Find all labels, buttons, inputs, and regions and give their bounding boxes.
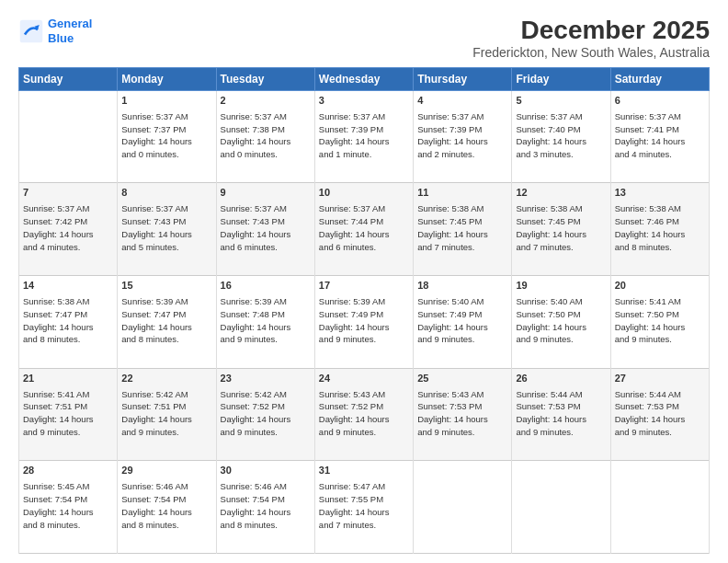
day-number: 13: [615, 186, 705, 201]
cell-content: 29Sunrise: 5:46 AMSunset: 7:54 PMDayligh…: [121, 464, 211, 531]
cell-content: 4Sunrise: 5:37 AMSunset: 7:39 PMDaylight…: [417, 94, 507, 161]
day-number: 19: [516, 279, 606, 293]
cell-line: Daylight: 14 hours: [221, 506, 311, 519]
calendar-body: 1Sunrise: 5:37 AMSunset: 7:37 PMDaylight…: [19, 90, 710, 553]
cell-content: 11Sunrise: 5:38 AMSunset: 7:45 PMDayligh…: [417, 186, 507, 253]
calendar-cell: 30Sunrise: 5:46 AMSunset: 7:54 PMDayligh…: [216, 461, 314, 554]
week-row-1: 1Sunrise: 5:37 AMSunset: 7:37 PMDaylight…: [19, 90, 710, 183]
cell-line: Sunset: 7:51 PM: [23, 400, 113, 413]
cell-line: Sunset: 7:52 PM: [221, 400, 311, 413]
cell-line: and 8 minutes.: [23, 333, 113, 346]
cell-line: Daylight: 14 hours: [516, 135, 606, 148]
calendar-cell: 1Sunrise: 5:37 AMSunset: 7:37 PMDaylight…: [118, 90, 216, 183]
calendar-cell: 21Sunrise: 5:41 AMSunset: 7:51 PMDayligh…: [19, 368, 118, 461]
header-row: SundayMondayTuesdayWednesdayThursdayFrid…: [19, 67, 710, 90]
cell-line: Sunset: 7:53 PM: [615, 400, 705, 413]
logo-icon: [18, 18, 44, 44]
cell-line: Sunset: 7:42 PM: [23, 215, 113, 228]
cell-line: Daylight: 14 hours: [516, 228, 606, 241]
header-day-tuesday: Tuesday: [216, 67, 314, 90]
calendar-cell: 31Sunrise: 5:47 AMSunset: 7:55 PMDayligh…: [314, 461, 413, 554]
calendar-cell: 5Sunrise: 5:37 AMSunset: 7:40 PMDaylight…: [512, 90, 610, 183]
day-number: 8: [121, 186, 211, 201]
cell-line: Sunrise: 5:46 AM: [121, 480, 211, 493]
day-number: 22: [121, 372, 211, 386]
cell-content: 25Sunrise: 5:43 AMSunset: 7:53 PMDayligh…: [417, 372, 507, 439]
main-title: December 2025: [472, 17, 710, 45]
header: General Blue December 2025 Frederickton,…: [18, 17, 710, 60]
cell-line: Sunset: 7:49 PM: [417, 308, 507, 321]
cell-line: Sunrise: 5:41 AM: [615, 295, 705, 308]
cell-line: Sunset: 7:47 PM: [121, 308, 211, 321]
day-number: 27: [615, 372, 705, 386]
cell-line: Daylight: 14 hours: [221, 228, 311, 241]
cell-content: 17Sunrise: 5:39 AMSunset: 7:49 PMDayligh…: [319, 279, 409, 346]
day-number: 26: [516, 372, 606, 386]
cell-content: 14Sunrise: 5:38 AMSunset: 7:47 PMDayligh…: [23, 279, 113, 346]
cell-line: Sunrise: 5:47 AM: [319, 480, 409, 493]
cell-line: and 9 minutes.: [417, 333, 507, 346]
cell-line: Daylight: 14 hours: [615, 135, 705, 148]
cell-line: Sunrise: 5:37 AM: [221, 202, 311, 215]
cell-line: Sunrise: 5:39 AM: [319, 295, 409, 308]
cell-line: Sunrise: 5:43 AM: [319, 388, 409, 401]
cell-line: Sunrise: 5:37 AM: [615, 110, 705, 123]
cell-line: and 8 minutes.: [615, 241, 705, 254]
day-number: 18: [417, 279, 507, 293]
cell-content: 10Sunrise: 5:37 AMSunset: 7:44 PMDayligh…: [319, 186, 409, 253]
cell-line: Daylight: 14 hours: [221, 413, 311, 426]
cell-content: 31Sunrise: 5:47 AMSunset: 7:55 PMDayligh…: [319, 464, 409, 531]
cell-line: Sunrise: 5:44 AM: [516, 388, 606, 401]
calendar-cell: [512, 461, 610, 554]
day-number: 25: [417, 372, 507, 386]
logo-text: General Blue: [48, 17, 92, 45]
calendar-cell: 24Sunrise: 5:43 AMSunset: 7:52 PMDayligh…: [314, 368, 413, 461]
cell-line: Daylight: 14 hours: [23, 413, 113, 426]
page: General Blue December 2025 Frederickton,…: [0, 0, 728, 563]
cell-line: Sunset: 7:37 PM: [121, 123, 211, 136]
calendar-cell: 4Sunrise: 5:37 AMSunset: 7:39 PMDaylight…: [414, 90, 512, 183]
cell-line: Sunset: 7:52 PM: [319, 400, 409, 413]
day-number: 7: [23, 186, 113, 201]
cell-line: and 9 minutes.: [615, 333, 705, 346]
cell-content: 16Sunrise: 5:39 AMSunset: 7:48 PMDayligh…: [221, 279, 311, 346]
cell-line: Daylight: 14 hours: [516, 321, 606, 334]
cell-line: and 9 minutes.: [319, 333, 409, 346]
cell-line: Daylight: 14 hours: [23, 506, 113, 519]
cell-line: Sunset: 7:38 PM: [221, 123, 311, 136]
cell-line: Sunrise: 5:37 AM: [23, 202, 113, 215]
cell-line: Daylight: 14 hours: [319, 506, 409, 519]
cell-content: 20Sunrise: 5:41 AMSunset: 7:50 PMDayligh…: [615, 279, 705, 346]
cell-line: Sunrise: 5:46 AM: [221, 480, 311, 493]
cell-line: Sunset: 7:50 PM: [516, 308, 606, 321]
calendar-cell: 17Sunrise: 5:39 AMSunset: 7:49 PMDayligh…: [314, 276, 413, 369]
day-number: 3: [319, 94, 409, 109]
cell-line: Sunset: 7:39 PM: [417, 123, 507, 136]
cell-line: Sunset: 7:45 PM: [516, 215, 606, 228]
cell-content: 2Sunrise: 5:37 AMSunset: 7:38 PMDaylight…: [221, 94, 311, 161]
cell-line: and 9 minutes.: [417, 426, 507, 439]
cell-line: Sunrise: 5:39 AM: [221, 295, 311, 308]
cell-content: 30Sunrise: 5:46 AMSunset: 7:54 PMDayligh…: [221, 464, 311, 531]
calendar-cell: 26Sunrise: 5:44 AMSunset: 7:53 PMDayligh…: [512, 368, 610, 461]
cell-line: Sunrise: 5:43 AM: [417, 388, 507, 401]
cell-line: Sunset: 7:45 PM: [417, 215, 507, 228]
week-row-2: 7Sunrise: 5:37 AMSunset: 7:42 PMDaylight…: [19, 183, 710, 276]
cell-line: Sunrise: 5:37 AM: [319, 110, 409, 123]
cell-content: 8Sunrise: 5:37 AMSunset: 7:43 PMDaylight…: [121, 186, 211, 253]
calendar-cell: 13Sunrise: 5:38 AMSunset: 7:46 PMDayligh…: [610, 183, 709, 276]
cell-content: 18Sunrise: 5:40 AMSunset: 7:49 PMDayligh…: [417, 279, 507, 346]
cell-line: Sunset: 7:55 PM: [319, 493, 409, 506]
calendar-cell: 10Sunrise: 5:37 AMSunset: 7:44 PMDayligh…: [314, 183, 413, 276]
cell-line: Sunset: 7:54 PM: [221, 493, 311, 506]
calendar-cell: 16Sunrise: 5:39 AMSunset: 7:48 PMDayligh…: [216, 276, 314, 369]
cell-content: 7Sunrise: 5:37 AMSunset: 7:42 PMDaylight…: [23, 186, 113, 253]
calendar-cell: 23Sunrise: 5:42 AMSunset: 7:52 PMDayligh…: [216, 368, 314, 461]
day-number: 21: [23, 372, 113, 386]
day-number: 2: [221, 94, 311, 109]
cell-line: and 1 minute.: [319, 148, 409, 161]
cell-line: and 9 minutes.: [516, 426, 606, 439]
calendar-cell: 15Sunrise: 5:39 AMSunset: 7:47 PMDayligh…: [118, 276, 216, 369]
header-day-sunday: Sunday: [19, 67, 118, 90]
cell-line: Daylight: 14 hours: [417, 135, 507, 148]
